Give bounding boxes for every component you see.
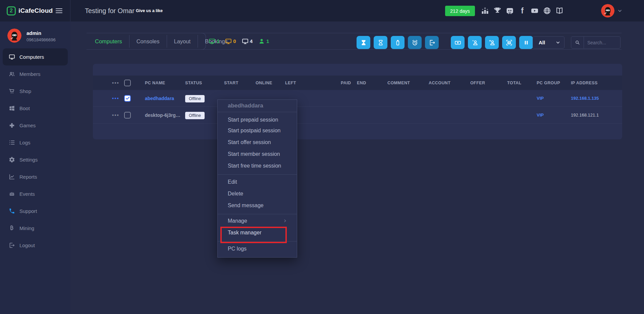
col-status: STATUS — [185, 81, 224, 85]
gamepad-icon — [9, 122, 15, 129]
row-actions-dots[interactable]: ••• — [112, 95, 124, 101]
facebook-icon[interactable]: f — [518, 7, 526, 15]
topbar: 2 iCafeCloud Testing for Omar Give us a … — [0, 0, 644, 21]
sidebar-item-reports[interactable]: Reports — [0, 168, 70, 185]
hamburger-menu-icon[interactable] — [55, 7, 63, 15]
row-checkbox[interactable] — [124, 112, 131, 119]
session-section: Start prepaid session Start postpaid ses… — [218, 112, 297, 175]
ip-address-value: 192.168.121.1 — [571, 113, 622, 118]
payment-button[interactable] — [451, 36, 465, 49]
ranking-icon[interactable] — [481, 7, 489, 15]
sidebar-item-label: Boot — [19, 105, 30, 111]
group-filter-value: All — [539, 40, 545, 45]
profile-avatar[interactable] — [7, 29, 21, 43]
tab-computers[interactable]: Computers — [88, 38, 129, 45]
sidebar-item-events[interactable]: Events — [0, 185, 70, 203]
row-checkbox[interactable] — [124, 95, 131, 102]
check-icon — [125, 96, 130, 100]
youtube-icon[interactable] — [531, 7, 539, 15]
header-actions-dots[interactable]: ••• — [112, 80, 124, 86]
users-icon — [9, 71, 15, 77]
tab-layout[interactable]: Layout — [167, 38, 198, 45]
globe-icon[interactable] — [543, 7, 551, 15]
battery-button[interactable] — [391, 36, 405, 49]
menu-pc-logs[interactable]: PC logs — [218, 243, 297, 255]
sidebar-item-label: Settings — [19, 157, 38, 163]
menu-start-member-session[interactable]: Start member session — [218, 148, 297, 160]
start-postpaid-button[interactable] — [374, 36, 387, 49]
topbar-icon-row: f — [481, 7, 564, 15]
sidebar-item-support[interactable]: Support — [0, 203, 70, 220]
action-toolbar — [357, 36, 533, 49]
alarm-clock-icon — [412, 39, 418, 46]
menu-start-free-time-session[interactable]: Start free time session — [218, 160, 297, 172]
counter-pcs-on[interactable]: 1 — [209, 38, 219, 45]
user-menu[interactable] — [601, 4, 622, 17]
sidebar-item-logs[interactable]: Logs — [0, 134, 70, 151]
menu-manage[interactable]: Manage — [218, 215, 297, 227]
sidebar-item-games[interactable]: Games — [0, 117, 70, 134]
status-badge: Offline — [185, 112, 205, 119]
logo-mark-icon: 2 — [7, 6, 16, 15]
menu-send-message[interactable]: Send message — [218, 199, 297, 211]
chart-icon — [9, 174, 15, 180]
person-plus-icon — [489, 39, 495, 46]
logo-text: iCafeCloud — [18, 7, 53, 14]
give-us-a-like-button[interactable]: Give us a like — [136, 0, 163, 21]
menu-edit[interactable]: Edit — [218, 176, 297, 188]
pc-name-link[interactable]: abedhaddara — [145, 96, 185, 101]
counter-value: 0 — [233, 38, 236, 44]
add-guest-button[interactable] — [485, 36, 499, 49]
trophy-icon[interactable] — [493, 7, 501, 15]
alarm-button[interactable] — [408, 36, 422, 49]
profile-name: admin — [26, 30, 41, 36]
menu-task-manager[interactable]: Task manager — [218, 227, 297, 238]
sidebar-item-mining[interactable]: Mining — [0, 220, 70, 237]
sidebar-item-members[interactable]: Members — [0, 65, 70, 83]
screenshot-button[interactable] — [502, 36, 516, 49]
profile-phone: 096184986696 — [26, 37, 56, 42]
ip-address-value: 192.168.1.135 — [571, 96, 622, 101]
add-member-star-button[interactable] — [468, 36, 482, 49]
select-all-checkbox[interactable] — [124, 80, 131, 86]
counter-pcs-busy[interactable]: 0 — [225, 38, 236, 45]
menu-start-prepaid-session[interactable]: Start prepaid session — [218, 113, 297, 125]
col-offer: OFFER — [470, 81, 507, 85]
pc-name-link[interactable]: desktop-6j3rg… — [145, 113, 185, 118]
sidebar-item-label: Shop — [19, 88, 31, 94]
row-actions-dots[interactable]: ••• — [112, 112, 124, 118]
windows-icon — [9, 105, 15, 111]
pause-button[interactable] — [519, 36, 533, 49]
docs-book-icon[interactable] — [555, 7, 564, 15]
menu-start-postpaid-session[interactable]: Start postpaid session — [218, 125, 297, 136]
edit-section: Edit Delete Send message — [218, 175, 297, 214]
search-icon — [571, 37, 584, 48]
checkout-button[interactable] — [425, 36, 439, 49]
sidebar-item-shop[interactable]: Shop — [0, 83, 70, 100]
col-ip-address: IP ADDRESS — [571, 81, 622, 85]
counter-value: 4 — [250, 38, 253, 44]
context-menu-title: abedhaddara — [218, 100, 297, 112]
menu-delete[interactable]: Delete — [218, 188, 297, 199]
search-input[interactable] — [584, 37, 620, 48]
counter-pcs-total[interactable]: 4 — [242, 38, 253, 45]
counter-members-online[interactable]: 1 — [258, 38, 269, 45]
discord-icon[interactable] — [506, 7, 514, 15]
sidebar-item-boot[interactable]: Boot — [0, 100, 70, 117]
sidebar-item-computers[interactable]: Computers — [3, 48, 68, 65]
tab-consoles[interactable]: Consoles — [129, 38, 167, 45]
battery-icon — [394, 39, 401, 46]
chevron-down-icon — [618, 8, 622, 13]
table-header-row: ••• PC NAME STATUS START ONLINE LEFT PAI… — [93, 76, 622, 90]
sidebar-item-settings[interactable]: Settings — [0, 151, 70, 168]
logs-section: PC logs — [218, 241, 297, 257]
person-star-icon — [472, 39, 478, 46]
pause-icon — [523, 39, 530, 46]
sidebar-item-logout[interactable]: Logout — [0, 237, 70, 254]
license-days-badge[interactable]: 212 days — [445, 6, 475, 16]
menu-start-offer-session[interactable]: Start offer session — [218, 136, 297, 148]
phone-icon — [9, 208, 15, 214]
sidebar: admin 096184986696 Computers Members Sho… — [0, 21, 70, 314]
group-filter-select[interactable]: All — [533, 36, 565, 49]
start-prepaid-button[interactable] — [357, 36, 370, 49]
